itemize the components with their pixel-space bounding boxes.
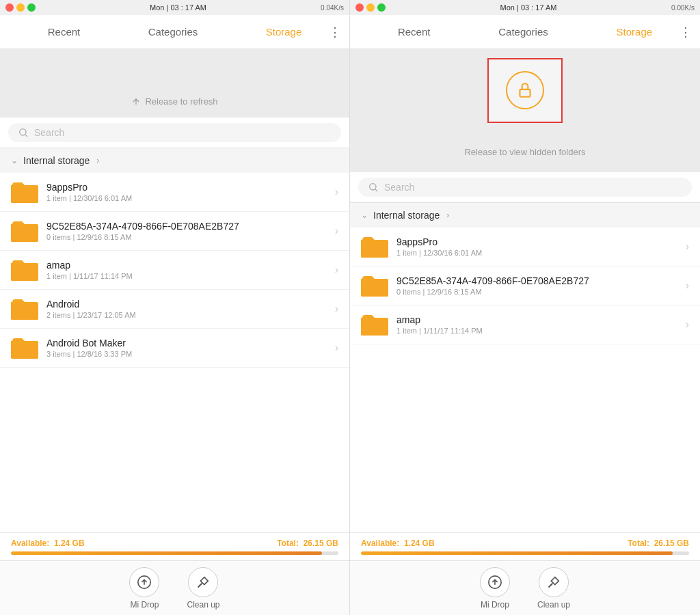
available-stat-left: Available: 1.24 GB xyxy=(11,538,85,548)
storage-stats-right: Available: 1.24 GB Total: 26.15 GB xyxy=(361,538,689,548)
bottom-toolbar-left: Mi Drop Clean up xyxy=(0,560,349,615)
available-value-left: 1.24 GB xyxy=(54,538,85,548)
close-btn-right[interactable] xyxy=(355,3,364,12)
midrop-icon-circle-right xyxy=(480,567,510,597)
list-item[interactable]: amap 1 item | 1/11/17 11:14 PM › xyxy=(0,251,349,290)
network-right: 0.00K/s xyxy=(671,4,695,12)
file-meta: 0 items | 12/9/16 8:15 AM xyxy=(46,233,329,241)
tab-recent-right[interactable]: Recent xyxy=(387,20,442,43)
chevron-down-icon-left: ⌄ xyxy=(11,156,18,165)
tab-recent-left[interactable]: Recent xyxy=(37,20,92,43)
file-name: 9C52E85A-374A-4709-866F-0E708AE2B727 xyxy=(46,221,293,232)
chevron-right-icon-right: › xyxy=(446,210,449,220)
maximize-btn[interactable] xyxy=(27,3,36,12)
upload-icon-right xyxy=(487,575,502,590)
minimize-btn[interactable] xyxy=(16,3,25,12)
search-container-right: Search xyxy=(350,172,700,202)
total-value-left: 26.15 GB xyxy=(304,538,338,548)
storage-header-right[interactable]: ⌄ Internal storage › xyxy=(350,203,700,228)
storage-bar-fill-right xyxy=(361,551,673,555)
file-meta: 1 item | 12/30/16 6:01 AM xyxy=(396,249,680,257)
folder-icon xyxy=(11,297,38,321)
cleanup-button-right[interactable]: Clean up xyxy=(537,567,570,610)
svg-rect-2 xyxy=(520,90,530,97)
search-container-left: Search xyxy=(0,118,349,148)
close-btn[interactable] xyxy=(5,3,14,12)
file-name: 9appsPro xyxy=(46,182,293,193)
midrop-icon-circle-left xyxy=(129,567,159,597)
cleanup-label-left: Clean up xyxy=(187,600,219,610)
storage-header-left[interactable]: ⌄ Internal storage › xyxy=(0,148,349,173)
file-name: 9C52E85A-374A-4709-866F-0E708AE2B727 xyxy=(396,275,643,286)
tab-categories-right[interactable]: Categories xyxy=(487,20,559,43)
storage-bar-left xyxy=(11,551,338,555)
file-chevron-icon: › xyxy=(686,241,689,253)
cleanup-icon-circle-left xyxy=(188,567,218,597)
midrop-button-right[interactable]: Mi Drop xyxy=(480,567,510,610)
cleanup-label-right: Clean up xyxy=(537,600,570,610)
search-box-left[interactable]: Search xyxy=(8,123,341,142)
cleanup-button-left[interactable]: Clean up xyxy=(187,567,219,610)
chevron-down-icon-right: ⌄ xyxy=(361,210,368,220)
file-chevron-icon: › xyxy=(686,279,689,292)
midrop-button-left[interactable]: Mi Drop xyxy=(129,567,159,610)
total-stat-left: Total: 26.15 GB xyxy=(277,538,338,548)
file-info: 9appsPro 1 item | 12/30/16 6:01 AM xyxy=(396,236,680,257)
svg-point-0 xyxy=(20,129,26,135)
storage-label-left: Internal storage xyxy=(23,155,90,166)
file-info: amap 1 item | 1/11/17 11:14 PM xyxy=(46,260,329,280)
search-placeholder-left: Search xyxy=(34,127,64,138)
cleanup-icon-circle-right xyxy=(539,567,569,597)
file-chevron-icon: › xyxy=(335,225,338,237)
pull-refresh-text-left: Release to refresh xyxy=(145,96,217,107)
file-info: Android Bot Maker 3 items | 12/8/16 3:33… xyxy=(46,338,329,358)
tab-storage-right[interactable]: Storage xyxy=(606,20,664,43)
file-name: amap xyxy=(46,260,293,271)
lock-circle-right xyxy=(506,71,544,109)
lock-icon xyxy=(516,81,534,99)
pull-refresh-left: Release to refresh xyxy=(0,49,349,118)
storage-stats-left: Available: 1.24 GB Total: 26.15 GB xyxy=(11,538,338,548)
midrop-label-right: Mi Drop xyxy=(481,600,509,610)
nav-tabs-right: Recent Categories Storage ⋮ xyxy=(350,15,700,49)
status-bar-left: Mon | 03 : 17 AM 0.04K/s xyxy=(0,0,349,15)
folder-icon xyxy=(361,234,388,259)
folder-icon xyxy=(11,180,38,204)
maximize-btn-right[interactable] xyxy=(377,3,386,12)
list-item[interactable]: Android Bot Maker 3 items | 12/8/16 3:33… xyxy=(0,329,349,368)
list-item[interactable]: amap 1 item | 1/11/17 11:14 PM › xyxy=(350,305,700,344)
list-item[interactable]: Android 2 items | 1/23/17 12:05 AM › xyxy=(0,290,349,329)
file-meta: 2 items | 1/23/17 12:05 AM xyxy=(46,311,329,319)
search-box-right[interactable]: Search xyxy=(358,178,692,197)
window-controls-right xyxy=(355,3,386,12)
folder-icon xyxy=(11,258,38,282)
list-item[interactable]: 9appsPro 1 item | 12/30/16 6:01 AM › xyxy=(350,228,700,266)
more-menu-left[interactable]: ⋮ xyxy=(329,25,341,40)
nav-tabs-left: Recent Categories Storage ⋮ xyxy=(0,15,349,49)
folder-icon xyxy=(361,273,388,298)
tab-storage-left[interactable]: Storage xyxy=(255,20,313,43)
list-item[interactable]: 9C52E85A-374A-4709-866F-0E708AE2B727 0 i… xyxy=(350,266,700,305)
file-chevron-icon: › xyxy=(335,186,338,198)
minimize-btn-right[interactable] xyxy=(366,3,375,12)
file-info: 9C52E85A-374A-4709-866F-0E708AE2B727 0 i… xyxy=(396,275,680,296)
tab-categories-left[interactable]: Categories xyxy=(137,20,209,43)
status-bar-right: Mon | 03 : 17 AM 0.00K/s xyxy=(350,0,700,15)
file-name: Android xyxy=(46,299,293,310)
window-controls-left xyxy=(5,3,36,12)
storage-footer-right: Available: 1.24 GB Total: 26.15 GB xyxy=(350,532,700,560)
file-meta: 1 item | 12/30/16 6:01 AM xyxy=(46,194,329,202)
lock-box-right xyxy=(487,58,563,123)
search-icon-left xyxy=(18,127,29,138)
file-info: Android 2 items | 1/23/17 12:05 AM xyxy=(46,299,329,319)
file-chevron-icon: › xyxy=(335,264,338,276)
more-menu-right[interactable]: ⋮ xyxy=(679,25,692,40)
right-panel: Mon | 03 : 17 AM 0.00K/s Recent Categori… xyxy=(350,0,700,615)
list-item[interactable]: 9C52E85A-374A-4709-866F-0E708AE2B727 0 i… xyxy=(0,212,349,251)
lock-area-right xyxy=(350,49,700,131)
file-chevron-icon: › xyxy=(686,318,689,331)
list-item[interactable]: 9appsPro 1 item | 12/30/16 6:01 AM › xyxy=(0,173,349,212)
time-left: Mon | 03 : 17 AM xyxy=(150,3,206,12)
search-icon-right xyxy=(368,182,379,193)
file-meta: 1 item | 1/11/17 11:14 PM xyxy=(46,272,329,280)
